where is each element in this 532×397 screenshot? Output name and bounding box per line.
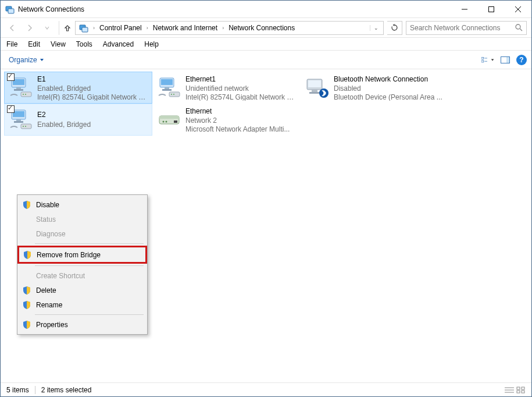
connection-item[interactable]: Ethernet1Unidentified networkIntel(R) 82… [152,72,301,104]
preview-pane-button[interactable] [499,54,512,66]
menu-status[interactable]: Status [19,212,146,226]
menu-rename[interactable]: Rename [19,297,146,312]
recent-dropdown[interactable] [40,21,54,35]
connection-item[interactable]: EthernetNetwork 2Microsoft Network Adapt… [152,104,301,136]
shield-icon [22,200,31,210]
svg-rect-17 [13,79,24,85]
minimize-button[interactable] [451,1,478,18]
svg-rect-33 [309,92,320,94]
large-icons-view-button[interactable] [516,387,526,394]
context-menu: Disable Status Diagnose Remove from Brid… [17,194,148,335]
svg-rect-1 [8,9,14,13]
close-button[interactable] [505,1,531,18]
forward-button[interactable] [23,21,37,35]
svg-rect-10 [481,57,484,59]
connection-status: Unidentified network [185,84,297,92]
menu-disable[interactable]: Disable [19,197,146,212]
svg-rect-50 [517,387,520,389]
organize-label: Organize [9,56,37,64]
search-icon [515,24,523,31]
svg-rect-38 [14,121,23,123]
svg-rect-25 [165,87,169,89]
menu-help[interactable]: Help [144,40,159,48]
chevron-right-icon: › [221,25,225,31]
chevron-right-icon: › [145,25,149,31]
connection-text: E1Enabled, BridgedIntel(R) 82574L Gigabi… [37,75,148,101]
connection-device: Intel(R) 82574L Gigabit Network C... [185,93,297,101]
adapter-icon [8,107,34,132]
svg-line-9 [520,29,522,31]
adapter-icon [156,107,182,132]
svg-point-45 [166,121,167,123]
menu-delete[interactable]: Delete [19,283,146,297]
svg-rect-3 [489,6,494,12]
svg-rect-7 [82,27,88,32]
connection-status: Disabled [334,84,442,92]
svg-rect-43 [159,116,179,119]
menu-file[interactable]: File [6,40,17,48]
shield-icon [22,320,31,329]
connection-device: Intel(R) 82574L Gigabit Network C... [37,93,148,101]
toolbar: Organize ? [1,51,531,69]
breadcrumb-dropdown[interactable]: ⌄ [370,25,382,31]
menu-tools[interactable]: Tools [76,40,92,48]
connection-device: Bluetooth Device (Personal Area ... [334,93,442,101]
shield-icon [22,300,31,310]
connection-status: Enabled, Bridged [37,84,148,92]
checkbox-icon[interactable] [7,73,15,81]
connection-device: Microsoft Network Adapter Multi... [185,125,290,133]
menu-remove-from-bridge[interactable]: Remove from Bridge [19,247,145,262]
connection-name: E2 [37,110,91,119]
menu-diagnose[interactable]: Diagnose [19,226,146,241]
svg-rect-37 [16,119,21,121]
svg-point-40 [23,126,24,127]
breadcrumb-mid[interactable]: Network and Internet [151,23,220,33]
menu-bar: File Edit View Tools Advanced Help [1,38,531,51]
connection-status: Network 2 [185,116,290,124]
connection-item[interactable]: E1Enabled, BridgedIntel(R) 82574L Gigabi… [4,72,152,104]
search-input[interactable] [410,24,523,32]
location-icon [79,23,88,33]
search-box[interactable] [406,21,527,35]
shield-icon [23,250,32,260]
refresh-button[interactable] [387,21,402,35]
divider [35,386,35,394]
svg-rect-24 [161,79,173,85]
connection-item[interactable]: Bluetooth Network ConnectionDisabledBlue… [301,72,449,104]
titlebar: Network Connections [1,1,531,18]
menu-edit[interactable]: Edit [28,40,40,48]
breadcrumb-root[interactable]: Control Panel [97,23,144,33]
connection-name: E1 [37,75,148,84]
checkbox-icon[interactable] [7,105,15,113]
svg-point-8 [516,24,520,29]
help-button[interactable]: ? [516,55,527,65]
svg-rect-51 [522,387,524,389]
menu-create-shortcut[interactable]: Create Shortcut [19,268,146,283]
svg-point-29 [173,94,174,95]
view-options-button[interactable] [481,54,494,66]
adapter-icon [8,75,34,100]
breadcrumb-leaf[interactable]: Network Connections [226,23,297,33]
svg-rect-32 [312,90,317,92]
connection-status: Enabled, Bridged [37,120,91,129]
menu-advanced[interactable]: Advanced [103,40,134,48]
connection-item[interactable]: E2Enabled, Bridged [4,104,152,136]
svg-rect-52 [517,391,520,393]
adapter-icon [156,75,182,100]
maximize-button[interactable] [478,1,505,18]
connection-text: EthernetNetwork 2Microsoft Network Adapt… [185,107,290,133]
svg-rect-53 [522,391,524,393]
window-title: Network Connections [18,5,84,13]
organize-button[interactable]: Organize [5,54,48,66]
up-button[interactable] [59,21,72,35]
menu-properties[interactable]: Properties [19,317,146,332]
shield-icon [22,286,31,295]
connection-text: E2Enabled, Bridged [37,107,91,133]
svg-point-22 [25,94,26,95]
menu-view[interactable]: View [51,40,66,48]
breadcrumb[interactable]: › Control Panel › Network and Internet ›… [75,21,384,35]
details-view-button[interactable] [505,387,514,394]
status-selected-count: 2 items selected [41,386,92,394]
back-button[interactable] [5,21,19,35]
connection-name: Bluetooth Network Connection [334,75,442,84]
